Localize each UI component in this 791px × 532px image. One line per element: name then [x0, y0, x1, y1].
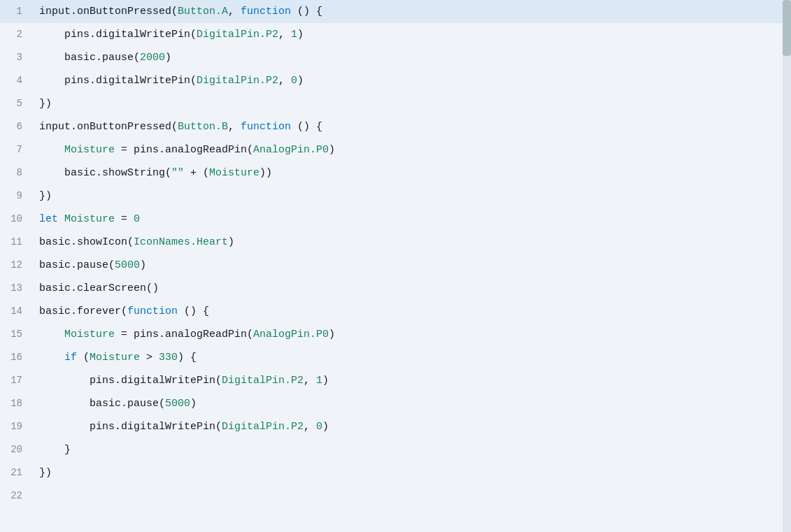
- line-content: }): [34, 93, 791, 115]
- line-number: 22: [0, 484, 34, 507]
- token: Moisture: [209, 167, 259, 179]
- line-content: basic.pause(5000): [34, 254, 791, 277]
- line-number: 1: [0, 0, 34, 22]
- line-content: basic.showIcon(IconNames.Heart): [34, 231, 791, 254]
- line-content: Moisture = pins.analogReadPin(AnalogPin.…: [34, 139, 791, 161]
- token: [39, 329, 64, 340]
- line-content: let Moisture = 0: [34, 208, 791, 231]
- token: ,: [304, 375, 316, 387]
- line-content: basic.clearScreen(): [34, 278, 791, 300]
- token: function: [241, 6, 291, 17]
- line-number: 11: [0, 231, 34, 253]
- token: 0: [291, 75, 297, 87]
- code-line-3: 3 basic.pause(2000): [0, 46, 791, 69]
- token: basic.clearScreen(): [39, 282, 159, 294]
- token: "": [171, 167, 184, 179]
- token: 5000: [165, 398, 190, 410]
- token: Moisture: [90, 352, 140, 364]
- line-content: input.onButtonPressed(Button.B, function…: [34, 116, 791, 138]
- scrollbar-thumb[interactable]: [783, 0, 791, 56]
- token: = pins.analogReadPin(: [115, 329, 253, 340]
- line-content: pins.digitalWritePin(DigitalPin.P2, 1): [34, 24, 791, 46]
- token: ): [228, 236, 234, 248]
- line-number: 17: [0, 369, 34, 391]
- line-number: 5: [0, 92, 34, 115]
- line-content: pins.digitalWritePin(DigitalPin.P2, 1): [34, 370, 791, 392]
- code-line-12: 12basic.pause(5000): [0, 254, 791, 277]
- code-line-11: 11basic.showIcon(IconNames.Heart): [0, 231, 791, 254]
- code-line-21: 21}): [0, 461, 791, 484]
- line-content: pins.digitalWritePin(DigitalPin.P2, 0): [34, 70, 791, 92]
- line-number: 2: [0, 23, 34, 45]
- line-number: 8: [0, 161, 34, 184]
- line-number: 19: [0, 415, 34, 438]
- line-content: basic.forever(function () {: [34, 301, 791, 323]
- token: pins.digitalWritePin(: [39, 75, 197, 87]
- token: )): [259, 167, 272, 179]
- token: + (: [184, 167, 209, 179]
- token: pins.digitalWritePin(: [39, 421, 222, 433]
- line-number: 16: [0, 346, 34, 368]
- token: }): [39, 98, 52, 110]
- token: 5000: [115, 259, 140, 271]
- code-line-2: 2 pins.digitalWritePin(DigitalPin.P2, 1): [0, 23, 791, 46]
- token: Button.A: [178, 6, 228, 17]
- token: ,: [278, 75, 291, 87]
- token: ,: [304, 421, 316, 433]
- line-number: 14: [0, 300, 34, 322]
- token: basic.showString(: [39, 167, 171, 179]
- line-content: Moisture = pins.analogReadPin(AnalogPin.…: [34, 324, 791, 346]
- line-content: }): [34, 185, 791, 208]
- token: 0: [316, 421, 322, 433]
- code-line-18: 18 basic.pause(5000): [0, 392, 791, 415]
- token: function: [241, 121, 291, 133]
- line-number: 13: [0, 277, 34, 299]
- token: pins.digitalWritePin(: [39, 375, 222, 387]
- token: DigitalPin.P2: [197, 75, 278, 87]
- scrollbar[interactable]: [783, 0, 791, 532]
- token: let: [39, 213, 58, 225]
- code-line-9: 9}): [0, 185, 791, 208]
- token: ): [140, 259, 146, 271]
- token: AnalogPin.P0: [253, 329, 329, 340]
- token: [58, 213, 64, 225]
- token: ) {: [178, 352, 197, 364]
- token: if: [64, 352, 77, 364]
- line-content: pins.digitalWritePin(DigitalPin.P2, 0): [34, 416, 791, 438]
- token: basic.forever(: [39, 305, 127, 317]
- token: Moisture: [64, 329, 115, 340]
- token: basic.showIcon(: [39, 236, 134, 248]
- line-content: if (Moisture > 330) {: [34, 347, 791, 369]
- token: ): [329, 144, 335, 156]
- token: IconNames.Heart: [134, 236, 228, 248]
- line-number: 6: [0, 115, 34, 138]
- token: basic.pause(: [39, 259, 115, 271]
- line-number: 15: [0, 323, 34, 345]
- line-content: }: [34, 439, 791, 461]
- token: (: [77, 352, 90, 364]
- token: ): [165, 52, 171, 64]
- token: Moisture: [64, 213, 115, 225]
- line-content: [34, 485, 791, 508]
- code-line-20: 20 }: [0, 438, 791, 461]
- line-content: basic.showString("" + (Moisture)): [34, 162, 791, 185]
- token: 0: [134, 213, 140, 225]
- token: function: [127, 305, 178, 317]
- code-line-14: 14basic.forever(function () {: [0, 300, 791, 323]
- token: }): [39, 467, 52, 479]
- token: input.onButtonPressed(: [39, 6, 178, 17]
- token: }): [39, 190, 52, 202]
- line-number: 21: [0, 461, 34, 484]
- token: ,: [278, 29, 291, 41]
- token: }: [39, 444, 71, 456]
- token: ): [322, 375, 329, 387]
- code-line-8: 8 basic.showString("" + (Moisture)): [0, 161, 791, 185]
- token: pins.digitalWritePin(: [39, 29, 197, 41]
- token: Moisture: [64, 144, 115, 156]
- token: ): [297, 75, 304, 87]
- code-line-17: 17 pins.digitalWritePin(DigitalPin.P2, 1…: [0, 369, 791, 392]
- code-line-10: 10let Moisture = 0: [0, 208, 791, 231]
- line-number: 18: [0, 392, 34, 415]
- code-line-22: 22: [0, 484, 791, 508]
- line-number: 20: [0, 438, 34, 461]
